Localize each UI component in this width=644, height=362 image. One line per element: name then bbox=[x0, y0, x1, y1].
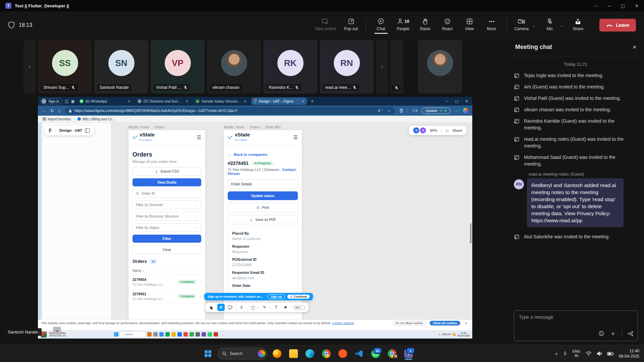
url-field[interactable]: https://www.figma.com/design/9BKQ0FOHRWa… bbox=[65, 107, 395, 114]
more-button[interactable]: More bbox=[484, 18, 499, 33]
taskbar-search-box[interactable]: Search bbox=[218, 348, 267, 360]
emoji-icon[interactable] bbox=[598, 330, 604, 337]
chevron-down-icon[interactable]: ⌄ bbox=[246, 306, 248, 309]
canvas-scrollbar[interactable] bbox=[470, 223, 472, 243]
taskbar-app-icon[interactable] bbox=[196, 332, 200, 337]
collaborator-avatar[interactable]: S bbox=[413, 127, 420, 134]
export-csv-button[interactable]: ⭳ Export CSV bbox=[132, 167, 201, 176]
chevron-down-icon[interactable]: ⌄ bbox=[257, 306, 259, 309]
frame-breadcrumb[interactable]: Mobile: Home → Orders bbox=[128, 125, 165, 129]
layout-panel-icon[interactable] bbox=[85, 128, 90, 133]
browser-tab-salary-sheet[interactable]: X Sample Salary Structure with calc✕ bbox=[193, 98, 249, 105]
hamburger-menu-icon[interactable]: ☰ bbox=[197, 134, 201, 140]
taskbar-file-explorer[interactable] bbox=[287, 347, 300, 360]
react-button[interactable]: React bbox=[440, 18, 455, 33]
deny-cookies-button[interactable]: Do not allow cookies bbox=[392, 321, 427, 325]
browser-tab-dc-divisions[interactable]: DC Divisions and Surroundings✕ bbox=[135, 98, 191, 105]
signup-button[interactable]: Sign up bbox=[268, 294, 285, 299]
order-details-select[interactable]: Order Details ⌄ bbox=[228, 179, 298, 189]
shared-search-box[interactable]: ⌕ Search bbox=[120, 332, 146, 337]
cookies-settings-link[interactable]: Cookies settings bbox=[332, 321, 354, 325]
favorites-list-icon[interactable]: ☆≡ bbox=[412, 108, 418, 113]
filter-business-structure-select[interactable]: Filter by Business Structure⌄ bbox=[132, 212, 201, 221]
zoom-chevron-icon[interactable]: ⌄ bbox=[440, 129, 443, 132]
taskbar-app-icon[interactable] bbox=[153, 332, 158, 337]
maximize-button[interactable]: ▢ bbox=[621, 3, 625, 8]
comment-tool[interactable] bbox=[226, 304, 234, 311]
start-button[interactable] bbox=[201, 347, 215, 360]
tab-close-icon[interactable]: ✕ bbox=[244, 100, 246, 103]
taskbar-app-icon[interactable] bbox=[208, 332, 212, 337]
bookmark-bills[interactable]: Bills | Billing and Co... bbox=[77, 117, 115, 121]
battery-icon[interactable] bbox=[607, 352, 614, 356]
browser-close-button[interactable]: ✕ bbox=[465, 99, 468, 104]
attach-plus-icon[interactable]: ＋ bbox=[610, 329, 616, 338]
copilot-icon[interactable] bbox=[463, 108, 468, 113]
close-icon[interactable]: ✕ bbox=[464, 321, 469, 325]
workspaces-icon[interactable]: ◫ bbox=[65, 99, 68, 104]
bookmark-import-favorites[interactable]: Import favorites bbox=[43, 117, 71, 121]
people-button[interactable]: 10 People bbox=[396, 18, 411, 33]
taskbar-app-icon[interactable] bbox=[177, 332, 182, 337]
participant-tile[interactable]: vikram chavan bbox=[207, 40, 261, 94]
chat-input-box[interactable]: ＋ bbox=[514, 310, 638, 341]
order-id-input[interactable]: Order ID bbox=[132, 189, 201, 198]
home-icon[interactable]: ⌂ bbox=[58, 108, 61, 113]
shape-tool[interactable]: ▢ bbox=[249, 304, 257, 311]
chat-message-input[interactable] bbox=[518, 314, 634, 320]
language-indicator[interactable]: ENG IN bbox=[573, 349, 581, 358]
clear-button[interactable]: Clear bbox=[132, 245, 201, 254]
participant-tile[interactable]: VP Vishal Patil ... bbox=[151, 40, 205, 94]
taskbar-app-icon[interactable] bbox=[165, 332, 170, 337]
scroll-right-button[interactable]: › bbox=[376, 40, 388, 94]
taskbar-clock[interactable]: 11:40 08-04-2025 bbox=[619, 348, 639, 359]
figma-frame-order-detail[interactable]: vState FILINGS ☰ ← Back to companies #22… bbox=[224, 130, 302, 319]
browser-menu-icon[interactable]: ⋯ bbox=[454, 108, 459, 113]
browser-signin-button[interactable]: Sign in bbox=[41, 98, 62, 104]
minimize-button[interactable]: ─ bbox=[608, 3, 611, 8]
send-icon[interactable] bbox=[627, 331, 634, 337]
taskbar-chrome[interactable] bbox=[320, 347, 333, 360]
collaborator-avatar[interactable]: A bbox=[420, 127, 426, 134]
wifi-icon[interactable] bbox=[586, 351, 592, 356]
chat-message-list[interactable]: Today 11:21 Tejas Ingle was invited to t… bbox=[513, 56, 639, 307]
close-chat-icon[interactable]: ✕ bbox=[632, 44, 637, 50]
taskbar-app-icon[interactable] bbox=[159, 332, 164, 337]
extensions-icon[interactable] bbox=[399, 109, 403, 113]
update-status-button[interactable]: Update status bbox=[228, 191, 298, 200]
dev-mode-toggle[interactable]: </> bbox=[293, 305, 306, 310]
taskbar-app-icon[interactable] bbox=[214, 332, 218, 337]
camera-options-chevron-icon[interactable]: ⌄ bbox=[532, 23, 535, 27]
figma-file-chip[interactable]: ⌄ Design - UAT bbox=[45, 125, 94, 135]
move-tool[interactable] bbox=[208, 304, 216, 311]
hand-tool-selected[interactable] bbox=[217, 304, 225, 311]
tab-close-icon[interactable]: ✕ bbox=[185, 100, 188, 103]
taskbar-edge[interactable] bbox=[303, 347, 317, 360]
bookmark-star-icon[interactable]: ☆ bbox=[387, 109, 391, 113]
leave-button[interactable]: Leave bbox=[599, 19, 636, 32]
taskbar-vscode[interactable] bbox=[353, 347, 366, 360]
zoom-level[interactable]: 94% bbox=[430, 128, 437, 132]
update-button[interactable]: Update ♡ bbox=[422, 108, 450, 114]
chevron-down-icon[interactable]: ⌄ bbox=[269, 306, 271, 309]
raise-hand-button[interactable]: Raise bbox=[418, 18, 433, 33]
taskbar-teams-active[interactable]: T 1 bbox=[402, 347, 415, 360]
present-icon[interactable]: ▷ bbox=[446, 128, 449, 133]
tab-actions-icon[interactable]: ▣ bbox=[71, 99, 74, 104]
back-to-companies-link[interactable]: ← Back to companies bbox=[228, 153, 298, 157]
save-as-pdf-button[interactable]: ⭳ Save as PDF bbox=[228, 215, 298, 224]
allow-cookies-button[interactable]: Allow all cookies bbox=[430, 321, 460, 325]
view-drafts-button[interactable]: View Drafts bbox=[132, 178, 201, 186]
pop-out-button[interactable]: Pop out bbox=[344, 18, 359, 33]
print-button[interactable]: ⎙ Print bbox=[228, 203, 298, 212]
chat-message[interactable]: RN Redberyl and Santosh added read.ai me… bbox=[514, 178, 637, 227]
order-row[interactable]: 2279454 TL Flex Holdings LLC Complete › bbox=[132, 275, 201, 289]
read-aloud-icon[interactable]: A⌃ bbox=[378, 109, 383, 113]
browser-tab-whatsapp[interactable]: ✆ (6) WhatsApp✕ bbox=[77, 98, 133, 105]
participant-tile[interactable]: RN read.ai mee... bbox=[320, 40, 374, 94]
participant-tile[interactable]: RK Ravindra K... bbox=[263, 40, 317, 94]
frame-breadcrumb[interactable]: Mobile: Home → Orders → Order ABC bbox=[224, 125, 281, 129]
figma-frame-orders[interactable]: vState FILINGS ☰ Orders Manage all your … bbox=[128, 130, 205, 319]
mic-options-chevron-icon[interactable]: ⌄ bbox=[560, 23, 563, 27]
taskbar-app-icon[interactable] bbox=[190, 332, 194, 337]
